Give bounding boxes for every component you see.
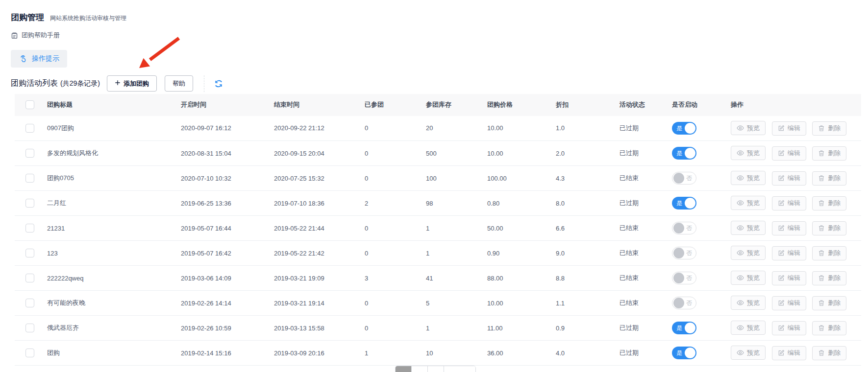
edit-pencil-icon (778, 175, 785, 182)
cell-stock: 100 (424, 166, 485, 191)
cell-discount: 4.0 (554, 341, 618, 366)
preview-button[interactable]: 预览 (731, 346, 766, 360)
cell-status: 已结束 (618, 216, 670, 241)
row-checkbox[interactable] (25, 299, 34, 307)
delete-button[interactable]: 删除 (812, 296, 846, 310)
cell-stock: 1 (424, 241, 485, 266)
header-stock: 参团库存 (424, 94, 485, 116)
cell-start-time: 2019-05-07 16:44 (179, 216, 272, 241)
cell-discount: 1.1 (554, 291, 618, 316)
delete-button[interactable]: 删除 (812, 321, 846, 335)
cell-joined: 0 (363, 141, 424, 166)
row-checkbox[interactable] (25, 274, 34, 282)
add-groupbuy-button[interactable]: 添加团购 (107, 75, 157, 92)
edit-pencil-icon (778, 325, 785, 331)
edit-button[interactable]: 编辑 (772, 221, 806, 235)
enable-toggle[interactable]: 否 (672, 247, 696, 259)
toggle-knob (685, 348, 695, 358)
cell-end-time: 2019-07-10 18:36 (272, 191, 363, 216)
preview-button[interactable]: 预览 (731, 171, 766, 185)
preview-button[interactable]: 预览 (731, 246, 766, 260)
preview-button[interactable]: 预览 (731, 271, 766, 285)
cell-price: 88.00 (485, 266, 554, 291)
edit-button[interactable]: 编辑 (772, 321, 806, 335)
delete-button[interactable]: 删除 (812, 171, 846, 186)
cell-stock: 500 (424, 141, 485, 166)
enable-toggle[interactable]: 是 (672, 322, 696, 334)
preview-button[interactable]: 预览 (731, 221, 766, 235)
pagination-page-size-select[interactable] (444, 366, 475, 372)
delete-button[interactable]: 删除 (812, 146, 846, 161)
cell-discount: 6.6 (554, 216, 618, 241)
table-row: 0907团购 2020-09-07 16:12 2020-09-22 21:12… (15, 116, 861, 141)
page-header: 团购管理 网站系统抢购活动审核与管理 (11, 12, 868, 23)
cell-title: 团购 (45, 341, 179, 366)
eye-icon (737, 149, 744, 157)
cell-title: 多发的规划风格化 (45, 141, 179, 166)
edit-button[interactable]: 编辑 (772, 121, 806, 136)
manual-link[interactable]: 团购帮助手册 (11, 31, 60, 40)
table-header-row: 团购标题 开启时间 结束时间 已参团 参团库存 团购价格 折扣 活动状态 是否启… (15, 94, 861, 116)
preview-button[interactable]: 预览 (731, 321, 766, 335)
cell-joined: 3 (363, 266, 424, 291)
cell-price: 11.00 (485, 316, 554, 341)
edit-button[interactable]: 编辑 (772, 196, 806, 210)
enable-toggle[interactable]: 否 (672, 172, 696, 185)
pagination-page-1[interactable] (396, 366, 412, 372)
cell-discount: 8.8 (554, 266, 618, 291)
eye-icon (737, 249, 744, 256)
cell-discount: 8.0 (554, 191, 618, 216)
cell-stock: 1 (424, 216, 485, 241)
tips-button-label: 操作提示 (32, 54, 59, 63)
pagination-page-3[interactable] (428, 366, 444, 372)
cell-start-time: 2019-05-07 16:42 (179, 241, 272, 266)
enable-toggle[interactable]: 是 (672, 122, 696, 135)
cell-discount: 4.3 (554, 166, 618, 191)
edit-button[interactable]: 编辑 (772, 296, 806, 310)
table-row: 团购 2019-02-14 15:16 2019-03-09 20:16 1 1… (15, 341, 861, 366)
pagination-page-2[interactable] (412, 366, 428, 372)
edit-button[interactable]: 编辑 (772, 346, 806, 360)
table-row: 俄武器厄齐 2019-02-26 10:59 2019-03-13 15:58 … (15, 316, 861, 341)
edit-button[interactable]: 编辑 (772, 171, 806, 186)
enable-toggle[interactable]: 是 (672, 197, 696, 209)
row-checkbox[interactable] (25, 224, 34, 232)
select-all-checkbox[interactable] (25, 100, 34, 109)
row-checkbox[interactable] (25, 199, 34, 208)
trash-icon (818, 300, 825, 306)
cell-stock: 20 (424, 116, 485, 141)
help-button[interactable]: 帮助 (165, 75, 193, 92)
enable-toggle[interactable]: 否 (672, 297, 696, 309)
row-checkbox[interactable] (25, 249, 34, 257)
preview-button[interactable]: 预览 (731, 121, 766, 135)
delete-button[interactable]: 删除 (812, 246, 846, 260)
delete-button[interactable]: 删除 (812, 221, 846, 235)
refresh-icon[interactable] (214, 79, 223, 88)
enable-toggle[interactable]: 否 (672, 222, 696, 234)
header-status: 活动状态 (618, 94, 670, 116)
enable-toggle[interactable]: 否 (672, 272, 696, 284)
delete-button[interactable]: 删除 (812, 121, 846, 136)
edit-pencil-icon (778, 125, 785, 132)
delete-button[interactable]: 删除 (812, 271, 846, 285)
cell-start-time: 2019-02-14 15:16 (179, 341, 272, 366)
edit-button[interactable]: 编辑 (772, 146, 806, 161)
edit-pencil-icon (778, 300, 785, 306)
eye-icon (737, 224, 744, 232)
row-checkbox[interactable] (25, 174, 34, 183)
enable-toggle[interactable]: 是 (672, 347, 696, 359)
row-checkbox[interactable] (25, 149, 34, 158)
delete-button[interactable]: 删除 (812, 196, 846, 210)
row-checkbox[interactable] (25, 324, 34, 332)
row-checkbox[interactable] (25, 124, 34, 133)
preview-button[interactable]: 预览 (731, 146, 766, 160)
enable-toggle[interactable]: 是 (672, 147, 696, 160)
preview-button[interactable]: 预览 (731, 196, 766, 210)
tips-button[interactable]: 操作提示 (11, 50, 67, 68)
delete-button[interactable]: 删除 (812, 346, 846, 360)
cell-end-time: 2020-07-25 15:32 (272, 166, 363, 191)
preview-button[interactable]: 预览 (731, 296, 766, 310)
row-checkbox[interactable] (25, 349, 34, 357)
edit-button[interactable]: 编辑 (772, 271, 806, 285)
edit-button[interactable]: 编辑 (772, 246, 806, 260)
